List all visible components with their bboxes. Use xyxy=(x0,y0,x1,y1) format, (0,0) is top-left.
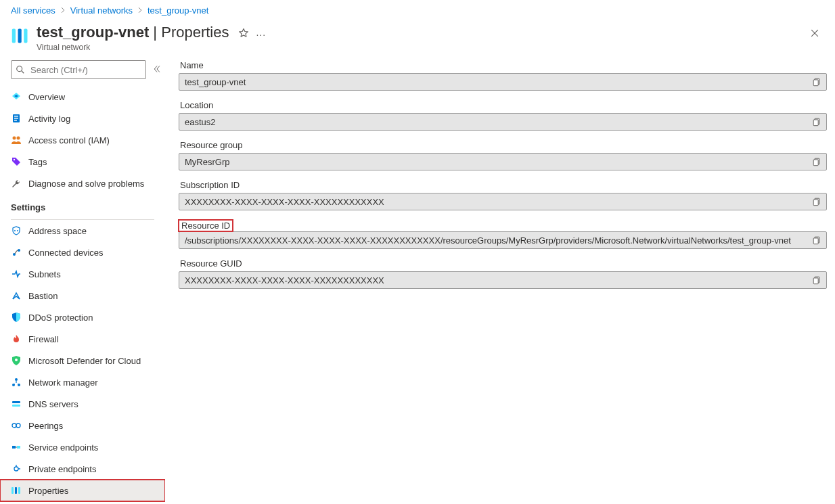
close-button[interactable] xyxy=(805,24,824,43)
peerings-icon xyxy=(11,420,22,431)
field-value: MyResrGrp xyxy=(185,157,810,167)
sidebar-item-label: DDoS protection xyxy=(28,313,93,323)
field-label: Subscription ID xyxy=(179,180,240,193)
addrspace-icon xyxy=(11,225,22,236)
field-value: /subscriptions/XXXXXXXX-XXXX-XXXX-XXXX-X… xyxy=(185,235,810,246)
sidebar-item-activity-log[interactable]: Activity log xyxy=(0,108,165,129)
breadcrumb-item[interactable]: Virtual networks xyxy=(70,5,133,16)
sidebar-item-label: Firewall xyxy=(28,334,59,344)
sidebar-item-address-space[interactable]: Address space xyxy=(0,220,165,242)
sidebar-item-subnets[interactable]: Subnets xyxy=(0,263,165,285)
property-subscription_id: Subscription IDXXXXXXXX-XXXX-XXXX-XXXX-X… xyxy=(179,180,827,210)
sidebar-item-label: Properties xyxy=(28,486,68,496)
netmgr-icon xyxy=(11,377,22,388)
copy-button[interactable] xyxy=(810,195,823,208)
subnets-icon xyxy=(11,269,22,279)
blade-header: test_group-vnet | Properties Virtual net… xyxy=(0,18,835,60)
sidebar-item-label: Overview xyxy=(28,92,65,102)
firewall-icon xyxy=(11,334,22,344)
sidebar-item-bastion[interactable]: Bastion xyxy=(0,285,165,306)
iam-icon xyxy=(11,135,22,145)
vnet-icon xyxy=(11,26,30,47)
devices-icon xyxy=(11,247,22,258)
sidebar-item-defender[interactable]: Microsoft Defender for Cloud xyxy=(0,350,165,371)
sidebar-search[interactable] xyxy=(11,60,146,79)
log-icon xyxy=(11,113,22,124)
page-title: test_group-vnet | Properties xyxy=(37,24,229,41)
field-value-box: eastus2 xyxy=(179,113,827,131)
sidebar-item-label: Tags xyxy=(28,157,47,167)
tag-icon xyxy=(11,156,22,167)
sidebar-item-dns-servers[interactable]: DNS servers xyxy=(0,393,165,415)
blade-name: Properties xyxy=(161,24,229,41)
sidebar-item-label: Access control (IAM) xyxy=(28,135,110,145)
property-resource_guid: Resource GUIDXXXXXXXX-XXXX-XXXX-XXXX-XXX… xyxy=(179,258,827,289)
field-value-box: /subscriptions/XXXXXXXX-XXXX-XXXX-XXXX-X… xyxy=(179,231,827,249)
priv-endpoints-icon xyxy=(11,463,22,474)
copy-button[interactable] xyxy=(810,273,823,287)
sidebar-item-private-endpoints[interactable]: Private endpoints xyxy=(0,458,165,480)
sidebar-item-label: Connected devices xyxy=(28,248,104,258)
sidebar-item-firewall[interactable]: Firewall xyxy=(0,328,165,350)
chevron-right-icon xyxy=(137,5,143,16)
property-location: Locationeastus2 xyxy=(179,100,827,131)
breadcrumb-item[interactable]: All services xyxy=(11,5,55,16)
wrench-icon xyxy=(11,178,22,189)
sidebar-item-label: Subnets xyxy=(28,269,61,279)
copy-button[interactable] xyxy=(810,115,823,129)
breadcrumb: All services Virtual networks test_group… xyxy=(0,0,835,18)
sidebar-group-title: Settings xyxy=(0,194,165,216)
bastion-icon xyxy=(11,290,22,301)
field-label: Name xyxy=(179,60,204,73)
sidebar-item-label: Address space xyxy=(28,226,87,236)
properties-pane: Nametest_group-vnetLocationeastus2Resour… xyxy=(165,60,835,504)
vnet-icon xyxy=(11,485,22,496)
sidebar-item-label: Microsoft Defender for Cloud xyxy=(28,356,141,366)
sidebar-item-ddos[interactable]: DDoS protection xyxy=(0,306,165,328)
sidebar-item-overview[interactable]: Overview xyxy=(0,86,165,108)
field-value: XXXXXXXX-XXXX-XXXX-XXXX-XXXXXXXXXXXX xyxy=(185,275,810,285)
field-value-box: MyResrGrp xyxy=(179,153,827,170)
shield-icon xyxy=(11,312,22,323)
sidebar-item-label: Private endpoints xyxy=(28,464,96,474)
sidebar-item-iam[interactable]: Access control (IAM) xyxy=(0,129,165,151)
monitor-icon xyxy=(11,91,22,102)
sidebar-item-label: Bastion xyxy=(28,291,58,301)
field-value: test_group-vnet xyxy=(185,77,810,87)
sidebar-item-network-manager[interactable]: Network manager xyxy=(0,371,165,393)
sidebar-item-label: DNS servers xyxy=(28,399,78,409)
collapse-sidebar-button[interactable] xyxy=(153,65,161,75)
sidebar-item-tags[interactable]: Tags xyxy=(0,151,165,173)
search-input[interactable] xyxy=(29,61,145,78)
copy-button[interactable] xyxy=(810,155,823,168)
resource-name: test_group-vnet xyxy=(37,24,149,41)
sidebar-item-label: Network manager xyxy=(28,377,98,388)
favorite-button[interactable] xyxy=(238,28,249,41)
field-value-box: XXXXXXXX-XXXX-XXXX-XXXX-XXXXXXXXXXXX xyxy=(179,271,827,289)
property-name: Nametest_group-vnet xyxy=(179,60,827,91)
sidebar-item-connected-devices[interactable]: Connected devices xyxy=(0,242,165,263)
sidebar-item-label: Diagnose and solve problems xyxy=(28,179,144,189)
sidebar-item-peerings[interactable]: Peerings xyxy=(0,415,165,436)
property-resource_id: Resource ID/subscriptions/XXXXXXXX-XXXX-… xyxy=(179,220,827,249)
field-label: Resource GUID xyxy=(179,258,242,271)
sidebar-item-properties[interactable]: Properties xyxy=(0,480,165,501)
field-label: Resource ID xyxy=(179,220,233,231)
more-button[interactable]: ··· xyxy=(256,29,266,40)
field-value-box: test_group-vnet xyxy=(179,73,827,91)
sidebar: OverviewActivity logAccess control (IAM)… xyxy=(0,60,165,504)
property-resource_group: Resource groupMyResrGrp xyxy=(179,140,827,170)
title-separator: | xyxy=(149,24,161,41)
copy-button[interactable] xyxy=(810,75,823,89)
sidebar-item-diagnose[interactable]: Diagnose and solve problems xyxy=(0,173,165,194)
sidebar-item-service-endpoints[interactable]: Service endpoints xyxy=(0,436,165,458)
search-icon xyxy=(16,65,25,74)
field-value: eastus2 xyxy=(185,117,810,127)
breadcrumb-item[interactable]: test_group-vnet xyxy=(148,5,208,16)
svc-endpoints-icon xyxy=(11,442,22,453)
sidebar-nav[interactable]: OverviewActivity logAccess control (IAM)… xyxy=(0,86,165,504)
field-label: Resource group xyxy=(179,140,243,153)
field-value: XXXXXXXX-XXXX-XXXX-XXXX-XXXXXXXXXXXX xyxy=(185,197,810,207)
dns-icon xyxy=(11,398,22,409)
copy-button[interactable] xyxy=(810,233,823,247)
